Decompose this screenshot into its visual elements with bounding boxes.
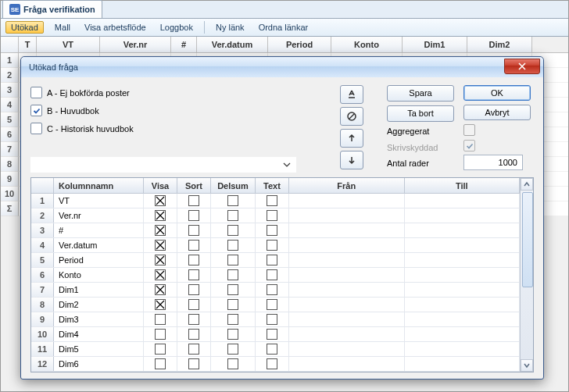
cell-checkbox[interactable] (227, 284, 238, 295)
cell-checkbox[interactable] (188, 358, 199, 369)
row-fran[interactable] (289, 223, 405, 237)
row-index[interactable]: 9 (31, 312, 54, 326)
grid-header-cell[interactable]: T (19, 37, 37, 52)
cell-checkbox[interactable] (227, 240, 238, 251)
row-till[interactable] (405, 283, 521, 297)
row-fran[interactable] (289, 253, 405, 267)
row-fran[interactable] (289, 268, 405, 282)
row-till[interactable] (405, 238, 521, 252)
move-up-button[interactable] (340, 129, 363, 148)
toolbar-item-ordna-lankar[interactable]: Ordna länkar (256, 21, 312, 34)
cell-checkbox[interactable] (227, 314, 238, 325)
toolbar-item-mall[interactable]: Mall (52, 21, 73, 34)
row-fran[interactable] (289, 238, 405, 252)
cell-checkbox[interactable] (188, 299, 199, 310)
row-index[interactable]: 6 (31, 268, 54, 282)
row-index[interactable]: 2 (31, 208, 54, 223)
row-till[interactable] (405, 208, 521, 223)
cell-checkbox[interactable] (188, 255, 199, 265)
colhead-kolumnnamn[interactable]: Kolumnnamn (54, 178, 144, 194)
row-index[interactable]: 3 (31, 223, 54, 237)
row-fran[interactable] (289, 357, 405, 371)
grid-row-header[interactable]: 7 (1, 142, 19, 157)
cell-checkbox[interactable] (188, 329, 199, 340)
filter-checkbox[interactable] (30, 87, 42, 98)
row-fran[interactable] (289, 194, 405, 208)
toolbar-item-loggbok[interactable]: Loggbok (157, 21, 196, 34)
colhead-text[interactable]: Text (256, 178, 289, 194)
row-fran[interactable] (289, 327, 405, 341)
grid-row-header[interactable]: 1 (1, 53, 19, 68)
cell-checkbox[interactable] (267, 314, 277, 325)
grid-row-header[interactable]: 8 (1, 157, 19, 172)
cell-checkbox[interactable] (188, 314, 199, 325)
cell-checkbox[interactable] (267, 299, 277, 310)
filter-checkbox[interactable] (30, 105, 42, 116)
grid-row-header[interactable]: 5 (1, 112, 19, 127)
row-till[interactable] (405, 312, 521, 326)
colhead-index[interactable] (31, 178, 54, 194)
grid-row-header[interactable]: 2 (1, 68, 19, 83)
grid-row-header[interactable]: Σ (1, 201, 19, 216)
vertical-scrollbar[interactable] (520, 178, 533, 372)
grid-header-cell[interactable]: Ver.datum (197, 37, 268, 52)
cell-checkbox[interactable] (188, 225, 199, 236)
cell-checkbox[interactable] (155, 358, 166, 369)
cell-checkbox[interactable] (267, 358, 277, 369)
cell-checkbox[interactable] (227, 255, 238, 265)
scroll-thumb[interactable] (522, 192, 533, 287)
row-till[interactable] (405, 327, 521, 341)
grid-row-header[interactable]: 9 (1, 172, 19, 187)
row-index[interactable]: 5 (31, 253, 54, 267)
row-colname[interactable]: # (54, 223, 144, 237)
grid-row-header[interactable]: 6 (1, 127, 19, 142)
row-fran[interactable] (289, 298, 405, 312)
cell-checkbox[interactable] (227, 358, 238, 369)
cell-checkbox[interactable] (188, 269, 199, 280)
cell-checkbox[interactable] (227, 210, 238, 221)
cell-checkbox[interactable] (155, 299, 166, 310)
row-index[interactable]: 1 (31, 194, 54, 208)
template-combo[interactable] (30, 157, 296, 173)
row-till[interactable] (405, 357, 521, 371)
grid-row-header[interactable]: 3 (1, 83, 19, 98)
grid-header-cell[interactable]: Konto (331, 37, 403, 52)
ok-button[interactable]: OK (463, 85, 531, 101)
row-colname[interactable]: Dim4 (54, 327, 144, 341)
row-fran[interactable] (289, 342, 405, 356)
ta-bort-button[interactable]: Ta bort (387, 105, 454, 122)
grid-header-cell[interactable]: Ver.nr (100, 37, 171, 52)
cell-checkbox[interactable] (155, 240, 166, 251)
cell-checkbox[interactable] (227, 195, 238, 206)
cell-checkbox[interactable] (267, 269, 277, 280)
row-index[interactable]: 8 (31, 298, 54, 312)
cell-checkbox[interactable] (155, 284, 166, 295)
row-till[interactable] (405, 253, 521, 267)
grid-header-cell[interactable]: Dim2 (467, 37, 532, 52)
row-index[interactable]: 11 (31, 342, 54, 356)
colhead-visa[interactable]: Visa (144, 178, 177, 194)
toolbar-item-ny-lank[interactable]: Ny länk (213, 21, 248, 34)
toolbar-item-visa-arbetsflode[interactable]: Visa arbetsflöde (81, 21, 149, 34)
row-till[interactable] (405, 268, 521, 282)
cell-checkbox[interactable] (227, 329, 238, 340)
cell-checkbox[interactable] (267, 240, 277, 251)
cell-checkbox[interactable] (155, 195, 166, 206)
row-till[interactable] (405, 194, 521, 208)
row-colname[interactable]: Period (54, 253, 144, 267)
row-colname[interactable]: VT (54, 194, 144, 208)
grid-header-cell[interactable]: Dim1 (403, 37, 467, 52)
row-till[interactable] (405, 342, 521, 356)
cell-checkbox[interactable] (227, 299, 238, 310)
colhead-delsum[interactable]: Delsum (211, 178, 256, 194)
cell-checkbox[interactable] (155, 329, 166, 340)
row-till[interactable] (405, 298, 521, 312)
row-colname[interactable]: Dim2 (54, 298, 144, 312)
cell-checkbox[interactable] (227, 225, 238, 236)
cell-checkbox[interactable] (155, 210, 166, 221)
scroll-down-button[interactable] (521, 359, 533, 372)
row-fran[interactable] (289, 208, 405, 223)
row-fran[interactable] (289, 283, 405, 297)
cell-checkbox[interactable] (155, 314, 166, 325)
cell-checkbox[interactable] (155, 225, 166, 236)
